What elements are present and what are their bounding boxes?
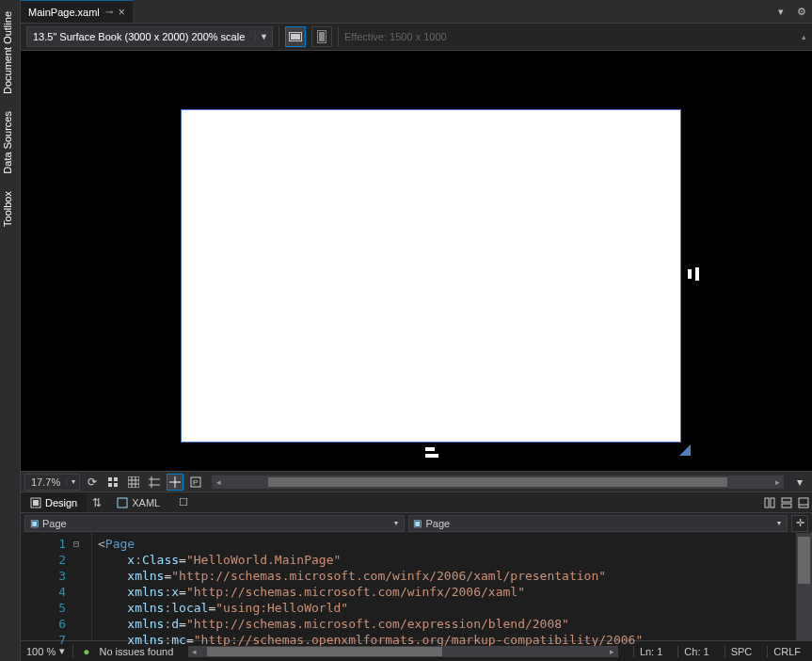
xaml-code-editor[interactable]: 1 2 3 4 5 6 7 ⊟ <Page x:Class="HelloWorl… bbox=[21, 533, 812, 640]
svg-rect-5 bbox=[114, 477, 118, 481]
svg-rect-1 bbox=[291, 34, 300, 40]
tab-xaml-label: XAML bbox=[132, 497, 160, 508]
orientation-landscape-button[interactable] bbox=[285, 26, 306, 47]
design-canvas[interactable] bbox=[21, 51, 812, 471]
member-scope-dropdown[interactable]: ▣ Page ▾ bbox=[408, 515, 788, 532]
snap-grid-icon[interactable] bbox=[125, 474, 142, 491]
split-toggle-icon[interactable]: ✛ bbox=[791, 515, 808, 532]
resize-handle-bottom[interactable] bbox=[425, 454, 438, 458]
zoom-toolbar: 17.7% ▾ ⟳ P ◂ ▸ ▾ bbox=[21, 471, 812, 492]
zoom-dropdown[interactable]: 17.7% ▾ bbox=[24, 474, 80, 491]
svg-rect-23 bbox=[765, 498, 769, 508]
collapse-pane-icon[interactable] bbox=[795, 492, 812, 512]
resize-handle-right[interactable] bbox=[695, 267, 699, 281]
indent-mode[interactable]: SPC bbox=[724, 646, 758, 657]
device-dropdown-label: 13.5" Surface Book (3000 x 2000) 200% sc… bbox=[27, 31, 255, 42]
svg-text:P: P bbox=[193, 478, 198, 487]
scroll-down-icon[interactable]: ▾ bbox=[791, 474, 808, 491]
document-tab-mainpage[interactable]: MainPage.xaml ⊸ × bbox=[21, 0, 133, 23]
line-number: 7 bbox=[21, 632, 66, 648]
swap-panes-icon[interactable]: ⇅ bbox=[87, 492, 107, 512]
scrollbar-thumb[interactable] bbox=[798, 537, 810, 584]
autohide-tab-well: Document Outline Data Sources Toolbox bbox=[0, 0, 21, 661]
element-icon: ▣ bbox=[409, 518, 426, 528]
svg-rect-7 bbox=[114, 483, 118, 487]
snap-gridlines-icon[interactable] bbox=[146, 474, 163, 491]
svg-rect-3 bbox=[319, 32, 325, 41]
scroll-right-icon[interactable]: ▸ bbox=[607, 647, 618, 656]
resize-handle-corner[interactable] bbox=[679, 444, 691, 456]
element-icon: ▣ bbox=[25, 518, 42, 528]
line-number: 6 bbox=[21, 616, 66, 632]
tab-xaml[interactable]: XAML bbox=[107, 492, 169, 512]
tab-design-label: Design bbox=[45, 497, 77, 508]
device-dropdown[interactable]: 13.5" Surface Book (3000 x 2000) 200% sc… bbox=[26, 26, 273, 47]
artboard-page[interactable] bbox=[181, 109, 681, 443]
scrollbar-thumb[interactable] bbox=[268, 477, 727, 487]
designer-settings-icon[interactable]: ⚙ bbox=[791, 0, 812, 23]
svg-rect-21 bbox=[33, 500, 39, 506]
effective-resolution-label: Effective: 1500 x 1000 bbox=[344, 31, 447, 42]
popout-icon: ☐ bbox=[179, 496, 188, 508]
element-scope-label: Page bbox=[42, 518, 389, 529]
sidetab-data-sources[interactable]: Data Sources bbox=[0, 107, 20, 178]
xaml-breadcrumb-bar: ▣ Page ▾ ▣ Page ▾ ✛ bbox=[21, 512, 812, 533]
toolbar-separator bbox=[279, 27, 279, 46]
chevron-down-icon: ▾ bbox=[389, 519, 404, 527]
portrait-icon bbox=[317, 30, 326, 43]
refresh-icon[interactable]: ⟳ bbox=[84, 474, 101, 491]
line-number-gutter: 1 2 3 4 5 6 7 bbox=[21, 533, 73, 640]
line-number: 4 bbox=[21, 584, 66, 600]
resize-handle-bottom[interactable] bbox=[425, 447, 435, 451]
tab-design[interactable]: Design bbox=[21, 492, 87, 512]
outlining-margin[interactable]: ⊟ bbox=[73, 533, 92, 640]
pin-icon[interactable]: ⊸ bbox=[105, 7, 113, 17]
orientation-portrait-button[interactable] bbox=[311, 26, 332, 47]
chevron-down-icon: ▾ bbox=[772, 519, 787, 527]
line-ending[interactable]: CRLF bbox=[767, 646, 806, 657]
active-files-dropdown[interactable]: ▾ bbox=[771, 0, 791, 23]
sidetab-toolbox[interactable]: Toolbox bbox=[0, 187, 20, 231]
popout-xaml-button[interactable]: ☐ bbox=[169, 492, 198, 512]
svg-rect-25 bbox=[782, 498, 791, 502]
chevron-down-icon: ▼ bbox=[255, 32, 272, 41]
document-tab-bar: MainPage.xaml ⊸ × ▾ ⚙ bbox=[21, 0, 812, 23]
disable-project-code-icon[interactable]: P bbox=[187, 474, 204, 491]
code-content[interactable]: <Page x:Class="HelloWorld.MainPage" xmln… bbox=[92, 533, 796, 640]
scroll-left-icon[interactable]: ◂ bbox=[212, 477, 225, 487]
horizontal-split-icon[interactable] bbox=[778, 492, 795, 512]
svg-rect-24 bbox=[771, 498, 774, 508]
sidetab-document-outline[interactable]: Document Outline bbox=[0, 8, 20, 98]
chevron-down-icon: ▾ bbox=[66, 477, 79, 486]
line-number: 5 bbox=[21, 600, 66, 616]
scroll-up-icon[interactable]: ▴ bbox=[797, 30, 810, 43]
scroll-left-icon[interactable]: ◂ bbox=[188, 647, 199, 656]
element-scope-dropdown[interactable]: ▣ Page ▾ bbox=[24, 515, 405, 532]
device-toolbar: 13.5" Surface Book (3000 x 2000) 200% sc… bbox=[21, 23, 812, 51]
document-tab-label: MainPage.xaml bbox=[28, 7, 100, 18]
svg-rect-4 bbox=[108, 477, 112, 481]
scroll-right-icon[interactable]: ▸ bbox=[771, 477, 784, 487]
zoom-value: 17.7% bbox=[25, 476, 66, 488]
split-view-tabs: Design ⇅ XAML ☐ bbox=[21, 492, 812, 512]
svg-rect-6 bbox=[108, 483, 112, 487]
vertical-split-icon[interactable] bbox=[761, 492, 778, 512]
close-icon[interactable]: × bbox=[119, 6, 125, 19]
caret-char[interactable]: Ch: 1 bbox=[677, 646, 714, 657]
design-view-icon bbox=[30, 497, 41, 508]
landscape-icon bbox=[289, 32, 302, 41]
svg-rect-27 bbox=[799, 498, 808, 508]
editor-horizontal-scrollbar[interactable]: ◂ ▸ bbox=[188, 646, 618, 657]
xaml-view-icon bbox=[117, 497, 128, 508]
effects-icon[interactable] bbox=[104, 474, 121, 491]
resize-handle-right[interactable] bbox=[688, 269, 692, 279]
line-number: 1 bbox=[21, 536, 66, 552]
design-horizontal-scrollbar[interactable]: ◂ ▸ bbox=[212, 476, 784, 489]
editor-vertical-scrollbar[interactable] bbox=[796, 533, 812, 640]
issues-ok-icon: ● bbox=[83, 645, 89, 658]
svg-rect-8 bbox=[128, 476, 139, 488]
snap-snaplines-icon[interactable] bbox=[167, 474, 183, 491]
scrollbar-thumb[interactable] bbox=[207, 647, 442, 656]
svg-rect-26 bbox=[782, 504, 791, 508]
svg-rect-22 bbox=[118, 498, 127, 508]
